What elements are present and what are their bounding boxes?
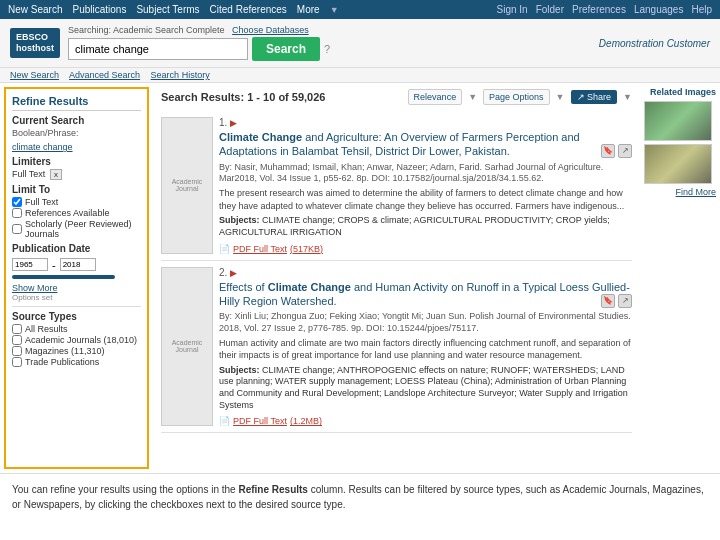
options-set-label: Options set [12,293,141,302]
source-trade-checkbox[interactable] [12,357,22,367]
refine-results-sidebar: Refine Results Current Search Boolean/Ph… [4,87,149,469]
logo-area: EBSCOhosthost [10,28,60,58]
result-1-pdf-icon: 📄 [219,244,230,254]
result-2-pdf-size: (1.2MB) [290,416,322,426]
result-1-share-icon[interactable]: ↗ [618,144,632,158]
result-item-1: AcademicJournal 1. ▶ Climate Change and … [161,111,632,261]
searching-label: Searching: Academic Search Complete Choo… [68,25,591,35]
nav-subject-terms[interactable]: Subject Terms [136,4,199,15]
result-1-pdf-size: (517KB) [290,244,323,254]
search-help-icon[interactable]: ? [324,43,330,55]
new-search-link[interactable]: New Search [10,70,59,80]
search-row: Search ? [68,37,591,61]
result-1-title[interactable]: Climate Change and Agriculture: An Overv… [219,130,632,159]
top-navigation: New Search Publications Subject Terms Ci… [0,0,720,19]
nav-cited-references[interactable]: Cited References [210,4,287,15]
boolean-phrase-label: Boolean/Phrase: [12,128,141,138]
limiter-fulltext: Full Text x [12,169,141,180]
nav-sign-in[interactable]: Sign In [497,4,528,15]
result-1-pdf-link[interactable]: PDF Full Text [233,244,287,254]
refine-results-bold: Refine Results [238,484,307,495]
source-magazines-label: Magazines (11,310) [25,346,105,356]
result-1-title-highlight: Climate Change [219,131,302,143]
date-separator: - [52,259,56,271]
references-checkbox[interactable] [12,208,22,218]
date-slider[interactable] [12,275,115,279]
ebsco-logo: EBSCOhosthost [10,28,60,58]
demo-customer-label: Demonstration Customer [599,38,710,49]
result-2-pdf-link[interactable]: PDF Full Text [233,416,287,426]
current-search-title: Current Search [12,115,141,126]
result-1-abstract: The present research was aimed to determ… [219,187,632,212]
nav-languages[interactable]: Languages [634,4,684,15]
nav-preferences[interactable]: Preferences [572,4,626,15]
result-2-bookmark-icon[interactable]: 🔖 [601,294,615,308]
nav-new-search[interactable]: New Search [8,4,62,15]
result-2-pdf[interactable]: 📄 PDF Full Text (1.2MB) [219,414,632,426]
page-options-chevron: ▼ [556,92,565,102]
source-all-checkbox[interactable] [12,324,22,334]
sidebar-title: Refine Results [12,95,141,111]
source-trade[interactable]: Trade Publications [12,357,141,367]
result-2-thumbnail: AcademicJournal [161,267,213,427]
relevance-btn[interactable]: Relevance [408,89,463,105]
limiter-remove-tag[interactable]: x [50,169,62,180]
relevance-chevron: ▼ [468,92,477,102]
search-history-link[interactable]: Search History [151,70,210,80]
result-2-title[interactable]: Effects of Climate Change and Human Acti… [219,280,632,309]
related-image-1[interactable] [644,101,712,141]
nav-more[interactable]: More [297,4,320,15]
source-academic[interactable]: Academic Journals (18,010) [12,335,141,345]
nav-folder[interactable]: Folder [536,4,564,15]
search-input[interactable] [68,38,248,60]
result-2-share-icon[interactable]: ↗ [618,294,632,308]
result-2-authors: By: Xinli Liu; Zhongua Zuo; Feking Xiao;… [219,311,632,334]
search-area: Searching: Academic Search Complete Choo… [68,25,591,61]
checkbox-fulltext[interactable]: Full Text [12,197,141,207]
source-magazines-checkbox[interactable] [12,346,22,356]
page-options-btn[interactable]: Page Options [483,89,550,105]
source-types-title: Source Types [12,306,141,322]
source-magazines[interactable]: Magazines (11,310) [12,346,141,356]
nav-help[interactable]: Help [691,4,712,15]
scholarly-checkbox[interactable] [12,224,22,234]
checkbox-scholarly[interactable]: Scholarly (Peer Reviewed) Journals [12,219,141,239]
main-content: Refine Results Current Search Boolean/Ph… [0,83,720,473]
date-from-input[interactable] [12,258,48,271]
source-all[interactable]: All Results [12,324,141,334]
search-term-link[interactable]: climate change [12,142,73,152]
source-academic-checkbox[interactable] [12,335,22,345]
result-1-pdf[interactable]: 📄 PDF Full Text (517KB) [219,242,632,254]
source-trade-label: Trade Publications [25,357,99,367]
share-chevron: ▼ [623,92,632,102]
references-checkbox-label: References Available [25,208,109,218]
source-all-label: All Results [25,324,68,334]
find-more-link[interactable]: Find More [644,187,716,197]
fulltext-checkbox[interactable] [12,197,22,207]
share-icon: ↗ [577,92,585,102]
checkbox-references[interactable]: References Available [12,208,141,218]
show-more-link[interactable]: Show More [12,283,141,293]
result-2-subjects: Subjects: CLIMATE change; ANTHROPOGENIC … [219,365,632,412]
search-button[interactable]: Search [252,37,320,61]
date-range: - [12,258,141,271]
results-panel: Search Results: 1 - 10 of 59,026 Relevan… [153,83,640,473]
results-area: Search Results: 1 - 10 of 59,026 Relevan… [153,83,720,473]
pub-date-label: Publication Date [12,243,141,254]
share-button[interactable]: ↗ Share [571,90,618,104]
result-1-body: 1. ▶ Climate Change and Agriculture: An … [219,117,632,254]
result-1-authors: By: Nasir, Muhammad; Ismail, Khan; Anwar… [219,162,632,185]
nav-publications[interactable]: Publications [72,4,126,15]
date-to-input[interactable] [60,258,96,271]
advanced-search-link[interactable]: Advanced Search [69,70,140,80]
limiters-title: Limiters [12,156,141,167]
result-1-bookmark-icon[interactable]: 🔖 [601,144,615,158]
result-1-number: 1. ▶ [219,117,632,128]
related-image-2[interactable] [644,144,712,184]
results-header: Search Results: 1 - 10 of 59,026 Relevan… [161,89,632,105]
results-controls: Relevance ▼ Page Options ▼ ↗ Share ▼ [408,89,632,105]
scholarly-checkbox-label: Scholarly (Peer Reviewed) Journals [25,219,141,239]
result-2-abstract: Human activity and climate are two main … [219,337,632,362]
choose-databases-link[interactable]: Choose Databases [232,25,309,35]
header-bar: EBSCOhosthost Searching: Academic Search… [0,19,720,68]
